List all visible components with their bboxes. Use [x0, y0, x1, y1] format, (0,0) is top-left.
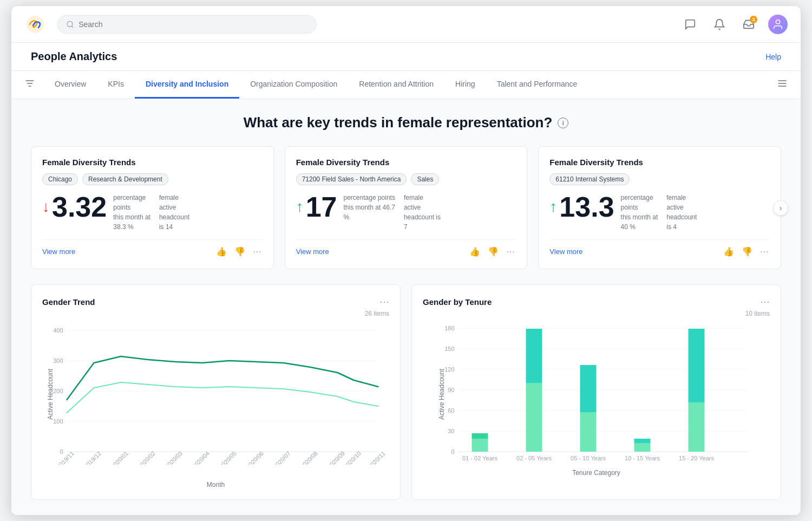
svg-text:05 - 10 Years: 05 - 10 Years: [571, 455, 606, 461]
svg-text:150: 150: [444, 346, 454, 352]
gender-tenure-chart: Gender by Tenure ⋯ 10 items 0 30 60 90 1…: [411, 284, 781, 500]
svg-text:02 - 05 Years: 02 - 05 Years: [516, 455, 552, 461]
svg-text:2019/12: 2019/12: [82, 450, 102, 465]
thumbs-down-btn-1[interactable]: 👎: [233, 245, 246, 258]
arrow-down-icon: ↓: [42, 199, 50, 214]
card-2-title: Female Diversity Trends: [296, 158, 516, 167]
svg-text:30: 30: [448, 428, 454, 434]
bar-4-female: [634, 443, 651, 452]
bell-icon: [713, 18, 725, 30]
charts-row: Gender Trend ⋯ 26 items 400 300 200 100 …: [31, 284, 781, 500]
gender-trend-chart: Gender Trend ⋯ 26 items 400 300 200 100 …: [31, 284, 401, 500]
diversity-card-1: Female Diversity Trends Chicago Research…: [31, 146, 274, 269]
tag-chicago: Chicago: [42, 173, 78, 185]
svg-text:100: 100: [53, 418, 63, 425]
search-bar[interactable]: [57, 15, 317, 34]
search-icon: [66, 20, 74, 29]
next-card-arrow[interactable]: ›: [773, 200, 788, 216]
svg-text:2020/02: 2020/02: [136, 450, 156, 465]
card-1-metric: ↓ 3.32 percentage points this month at 3…: [42, 193, 263, 232]
gender-trend-menu[interactable]: ⋯: [379, 296, 389, 308]
bar-5-male: [689, 329, 705, 402]
card-3-number: ↑ 13.3: [549, 193, 614, 221]
thumbs-down-btn-2[interactable]: 👎: [487, 245, 500, 258]
user-avatar[interactable]: [768, 15, 788, 34]
info-icon[interactable]: i: [558, 118, 568, 128]
thumbs-up-btn-3[interactable]: 👍: [722, 245, 735, 258]
bar-2-female: [526, 383, 542, 452]
bar-3-male: [580, 365, 597, 412]
card-2-tags: 71200 Field Sales - North America Sales: [296, 173, 516, 185]
svg-text:120: 120: [444, 366, 454, 373]
card-1-tags: Chicago Research & Development: [42, 173, 263, 185]
tab-diversity[interactable]: Diversity and Inclusion: [135, 71, 239, 99]
gender-tenure-menu[interactable]: ⋯: [760, 296, 770, 308]
card-3-desc2: female active headcount is 4: [666, 193, 697, 232]
card-2-metric: ↑ 17 percentage points this month at 46.…: [296, 193, 516, 232]
svg-text:90: 90: [448, 387, 454, 393]
gender-tenure-title: Gender by Tenure: [423, 297, 492, 307]
bar-5-female: [689, 402, 705, 452]
page-title: People Analytics: [31, 50, 117, 63]
more-btn-1[interactable]: ⋯: [252, 245, 263, 258]
svg-text:0: 0: [60, 448, 63, 455]
card-3-desc1: percentage points this month at 40 %: [621, 193, 658, 232]
svg-text:60: 60: [448, 407, 454, 414]
gender-trend-svg: 400 300 200 100 0: [42, 324, 389, 465]
filter-icon[interactable]: [24, 78, 35, 92]
gender-tenure-area: 0 30 60 90 120 150 180: [423, 324, 770, 465]
card-3-title: Female Diversity Trends: [549, 158, 770, 167]
inbox-icon-btn[interactable]: 3: [739, 15, 758, 34]
svg-text:2020/10: 2020/10: [342, 450, 362, 465]
svg-text:01 - 02 Years: 01 - 02 Years: [462, 455, 497, 461]
svg-text:400: 400: [53, 327, 63, 334]
tag-rd: Research & Development: [82, 173, 168, 185]
svg-text:180: 180: [444, 325, 454, 331]
gender-trend-count: 26 items: [42, 310, 389, 317]
inbox-badge: 3: [750, 16, 757, 23]
svg-text:2020/11: 2020/11: [366, 450, 387, 465]
svg-text:300: 300: [53, 357, 63, 364]
svg-text:2020/06: 2020/06: [245, 450, 265, 465]
card-1-desc2: female active headcount is 14: [159, 193, 189, 232]
card-1-view-more[interactable]: View more: [42, 248, 75, 256]
tab-overview[interactable]: Overview: [44, 71, 97, 99]
more-btn-3[interactable]: ⋯: [759, 245, 770, 258]
chat-icon: [684, 18, 696, 30]
tab-retention[interactable]: Retention and Attrition: [348, 71, 444, 99]
tab-org[interactable]: Organization Composition: [239, 71, 348, 99]
gender-trend-x-label: Month: [42, 481, 389, 489]
gender-tenure-x-label: Tenure Category: [423, 469, 770, 477]
arrow-up-icon-2: ↑: [296, 199, 304, 214]
tab-hiring[interactable]: Hiring: [444, 71, 486, 99]
tag-sales: Sales: [411, 173, 439, 185]
chat-icon-btn[interactable]: [680, 15, 700, 34]
tab-kpis[interactable]: KPIs: [97, 71, 135, 99]
notification-icon-btn[interactable]: [710, 15, 729, 34]
search-input[interactable]: [78, 20, 307, 29]
svg-text:200: 200: [53, 388, 63, 394]
diversity-card-3: Female Diversity Trends 61210 Internal S…: [538, 146, 781, 269]
diversity-cards: Female Diversity Trends Chicago Research…: [31, 146, 781, 269]
more-btn-2[interactable]: ⋯: [505, 245, 516, 258]
card-2-desc2: female active headcount is 7: [404, 193, 441, 232]
thumbs-up-btn-2[interactable]: 👍: [468, 245, 481, 258]
thumbs-up-btn-1[interactable]: 👍: [215, 245, 228, 258]
svg-text:2020/08: 2020/08: [299, 450, 319, 465]
tabs: Overview KPIs Diversity and Inclusion Or…: [44, 71, 777, 99]
card-3-tags: 61210 Internal Systems: [549, 173, 770, 185]
bar-4-male: [634, 439, 651, 443]
card-2-view-more[interactable]: View more: [296, 248, 329, 256]
thumbs-down-btn-3[interactable]: 👎: [741, 245, 754, 258]
bar-1-male: [472, 433, 488, 439]
card-2-desc1: percentage points this month at 46.7 %: [344, 193, 395, 232]
diversity-card-2: Female Diversity Trends 71200 Field Sale…: [285, 146, 528, 269]
tabs-menu-icon[interactable]: [777, 78, 788, 92]
card-1-title: Female Diversity Trends: [42, 158, 263, 167]
help-link[interactable]: Help: [765, 53, 781, 61]
svg-text:2020/04: 2020/04: [191, 450, 211, 465]
tab-talent[interactable]: Talent and Performance: [486, 71, 588, 99]
card-2-number: ↑ 17: [296, 193, 337, 221]
card-3-metric: ↑ 13.3 percentage points this month at 4…: [549, 193, 770, 232]
card-3-view-more[interactable]: View more: [549, 248, 582, 256]
